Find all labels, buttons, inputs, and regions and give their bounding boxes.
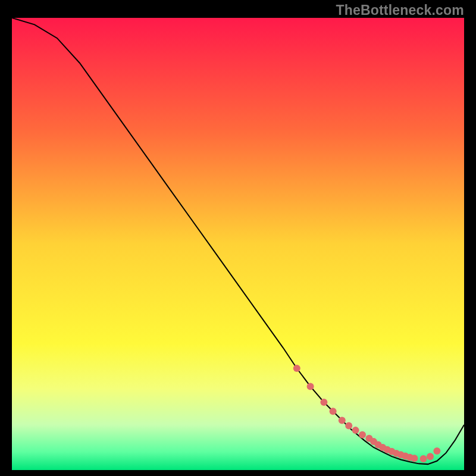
data-marker bbox=[420, 455, 427, 462]
data-marker bbox=[307, 383, 314, 390]
data-marker bbox=[293, 365, 300, 372]
data-marker bbox=[320, 399, 327, 406]
chart-svg bbox=[12, 18, 464, 470]
data-marker bbox=[352, 427, 359, 434]
gradient-background bbox=[12, 18, 464, 470]
data-marker bbox=[359, 431, 366, 439]
data-marker bbox=[427, 453, 434, 460]
data-marker bbox=[433, 447, 440, 455]
data-marker bbox=[330, 408, 337, 415]
data-marker bbox=[411, 455, 418, 462]
chart-container: TheBottleneck.com bbox=[0, 0, 476, 476]
watermark-text: TheBottleneck.com bbox=[336, 2, 464, 18]
plot-area bbox=[12, 18, 464, 470]
data-marker bbox=[339, 416, 346, 424]
data-marker bbox=[345, 422, 352, 430]
